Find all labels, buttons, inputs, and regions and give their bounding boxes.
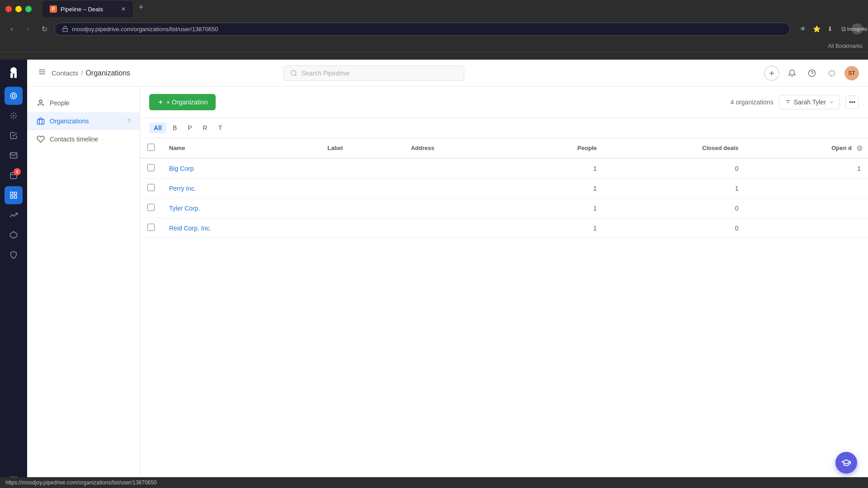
- svg-line-28: [833, 75, 834, 75]
- organizations-help-button[interactable]: ?: [127, 117, 131, 125]
- svg-line-32: [833, 70, 834, 71]
- tab-favicon: P: [50, 5, 57, 13]
- svg-rect-3: [14, 72, 17, 78]
- download-icon[interactable]: ⬇: [825, 23, 835, 34]
- organizations-table: Name Label Address People: [140, 138, 868, 238]
- row4-name-cell: Reid Corp. Inc.: [162, 218, 320, 238]
- nav-icon-home[interactable]: [5, 87, 23, 105]
- app-header: Contacts / Organizations Search Pipedriv…: [27, 60, 868, 87]
- th-label-label: Label: [327, 145, 343, 151]
- add-button[interactable]: [764, 66, 779, 81]
- table-row: Big Corp 1 0 1: [140, 158, 868, 178]
- sidebar-item-contacts-timeline[interactable]: Contacts timeline: [27, 130, 140, 148]
- bookmark-star-icon[interactable]: ⭐: [811, 23, 822, 34]
- select-all-checkbox[interactable]: [147, 144, 155, 151]
- nav-icon-contacts[interactable]: [5, 186, 23, 204]
- alpha-p-button[interactable]: P: [183, 122, 196, 133]
- th-name[interactable]: Name: [162, 138, 320, 158]
- url-bar[interactable]: moodjoy.pipedrive.com/organizations/list…: [54, 23, 790, 36]
- th-label[interactable]: Label: [320, 138, 403, 158]
- svg-rect-34: [38, 119, 44, 124]
- svg-line-20: [295, 75, 297, 76]
- breadcrumb-current: Organizations: [85, 69, 130, 77]
- status-url: https://moodjoy.pipedrive.com/organizati…: [5, 479, 157, 486]
- alpha-all-button[interactable]: All: [149, 122, 166, 133]
- table-row: Reid Corp. Inc. 1 0: [140, 218, 868, 238]
- home-icon: [9, 92, 18, 100]
- row4-checkbox[interactable]: [147, 224, 155, 231]
- row2-checkbox-cell: [140, 178, 162, 198]
- nav-icon-integrations[interactable]: [5, 246, 23, 264]
- nav-icon-leads[interactable]: [5, 127, 23, 145]
- close-window-button[interactable]: [5, 6, 12, 12]
- browser-extensions-icon[interactable]: 👁: [797, 23, 808, 34]
- menu-toggle-button[interactable]: [36, 66, 48, 80]
- alpha-b-button[interactable]: B: [168, 122, 181, 133]
- new-tab-button[interactable]: +: [135, 1, 147, 14]
- nav-icon-products[interactable]: [5, 226, 23, 244]
- th-checkbox: [140, 138, 162, 158]
- plus-org-icon: [157, 99, 164, 105]
- alpha-r-button[interactable]: R: [198, 122, 212, 133]
- row4-name-link[interactable]: Reid Corp. Inc.: [169, 225, 211, 232]
- th-open-deals[interactable]: Open d ⚙: [746, 138, 868, 158]
- th-closed-deals[interactable]: Closed deals: [604, 138, 746, 158]
- header-left: Contacts / Organizations: [36, 66, 130, 80]
- row4-address-cell: [404, 218, 510, 238]
- page-content: + Organization 4 organizations Sarah Tyl…: [140, 87, 868, 488]
- search-icon: [290, 70, 297, 77]
- row2-checkbox[interactable]: [147, 184, 155, 191]
- th-people[interactable]: People: [509, 138, 604, 158]
- help-button[interactable]: [805, 66, 819, 80]
- float-help-button[interactable]: [835, 452, 857, 474]
- row2-name-link[interactable]: Perry Inc.: [169, 185, 196, 192]
- bookmarks-label[interactable]: All Bookmarks: [828, 43, 863, 49]
- row1-checkbox[interactable]: [147, 164, 155, 171]
- breadcrumb-contacts-link[interactable]: Contacts: [52, 69, 78, 77]
- forward-button[interactable]: ›: [22, 23, 34, 35]
- maximize-window-button[interactable]: [25, 6, 32, 12]
- th-open-deals-label: Open d: [831, 145, 852, 151]
- graduation-icon: [841, 458, 851, 468]
- row1-name-link[interactable]: Big Corp: [169, 165, 193, 172]
- window-controls: [5, 6, 32, 12]
- row3-open-deals-cell: [746, 198, 868, 218]
- row4-people-cell: 1: [509, 218, 604, 238]
- app-logo[interactable]: [5, 63, 23, 81]
- row3-checkbox-cell: [140, 198, 162, 218]
- th-people-label: People: [577, 145, 597, 151]
- alpha-t-button[interactable]: T: [214, 122, 227, 133]
- browser-chrome: P Pipeline – Deals ✕ + ‹ › ↻ moodjoy.pip…: [0, 0, 868, 60]
- back-button[interactable]: ‹: [5, 23, 18, 35]
- row3-checkbox[interactable]: [147, 204, 155, 211]
- user-avatar[interactable]: ST: [844, 66, 859, 80]
- nav-icon-deals[interactable]: [5, 107, 23, 125]
- tab-bar: P Pipeline – Deals ✕ +: [39, 1, 151, 17]
- title-bar: P Pipeline – Deals ✕ +: [0, 0, 868, 18]
- row3-name-link[interactable]: Tyler Corp.: [169, 205, 200, 212]
- tab-close-button[interactable]: ✕: [121, 6, 126, 12]
- sidebar-item-organizations[interactable]: Organizations ?: [27, 112, 140, 130]
- notifications-button[interactable]: [785, 66, 799, 80]
- lock-icon: [62, 26, 68, 32]
- nav-icon-mail[interactable]: [5, 146, 23, 164]
- bell-icon: [788, 69, 796, 77]
- svg-rect-11: [10, 192, 13, 194]
- search-box[interactable]: Search Pipedrive: [283, 66, 464, 81]
- more-options-button[interactable]: •••: [845, 95, 859, 109]
- settings-button[interactable]: [825, 66, 839, 80]
- active-tab[interactable]: P Pipeline – Deals ✕: [42, 1, 133, 17]
- minimize-window-button[interactable]: [15, 6, 22, 12]
- refresh-button[interactable]: ↻: [38, 23, 51, 35]
- sidebar-item-people[interactable]: People: [27, 94, 140, 112]
- filter-icon: [785, 99, 791, 105]
- table-settings-icon[interactable]: ⚙: [856, 144, 863, 152]
- nav-icon-reports[interactable]: [5, 206, 23, 224]
- nav-icon-calendar[interactable]: 2: [5, 166, 23, 184]
- th-address[interactable]: Address: [404, 138, 510, 158]
- row1-closed-deals-cell: 0: [604, 158, 746, 178]
- plus-icon: [768, 70, 775, 77]
- filter-button[interactable]: Sarah Tyler: [779, 95, 840, 109]
- add-organization-button[interactable]: + Organization: [149, 94, 216, 110]
- products-icon: [9, 231, 18, 239]
